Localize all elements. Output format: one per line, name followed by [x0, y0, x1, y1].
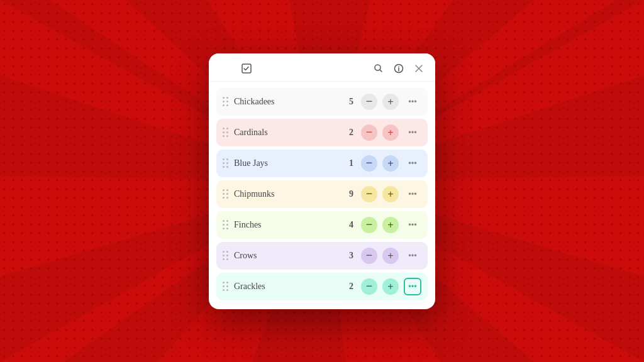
tally-item: Blue Jays 1 − + •••: [216, 150, 428, 177]
decrement-button[interactable]: −: [361, 124, 377, 141]
drag-handle-icon[interactable]: [223, 158, 229, 168]
title-bar: [209, 53, 435, 82]
decrement-button[interactable]: −: [361, 248, 377, 264]
item-count: 2: [343, 128, 353, 138]
item-name: Chickadees: [234, 97, 338, 107]
tally-item: Grackles 2 − + •••: [216, 273, 428, 300]
item-name: Crows: [234, 251, 338, 261]
tally-item: Chipmunks 9 − + •••: [216, 180, 428, 208]
tally-item: Cardinals 2 − + •••: [216, 119, 428, 146]
decrement-button[interactable]: −: [361, 155, 377, 172]
decrement-button[interactable]: −: [361, 94, 377, 110]
increment-button[interactable]: +: [382, 278, 399, 295]
title-bar-left: [218, 61, 254, 76]
decrement-button[interactable]: −: [361, 217, 377, 233]
item-count: 9: [343, 189, 353, 199]
decrement-button[interactable]: −: [361, 186, 377, 202]
item-name: Finches: [234, 220, 338, 230]
info-button[interactable]: [391, 61, 406, 76]
item-count: 1: [343, 158, 353, 168]
add-button[interactable]: [218, 61, 233, 76]
item-name: Chipmunks: [234, 189, 338, 199]
drag-handle-icon[interactable]: [223, 97, 229, 107]
increment-button[interactable]: +: [382, 124, 399, 141]
item-count: 5: [343, 97, 353, 107]
tally-item: Finches 4 − + •••: [216, 211, 428, 239]
more-options-button[interactable]: •••: [404, 93, 421, 111]
more-options-button[interactable]: •••: [404, 247, 421, 265]
item-count: 4: [343, 220, 353, 230]
increment-button[interactable]: +: [382, 217, 399, 233]
increment-button[interactable]: +: [382, 94, 399, 110]
item-name: Blue Jays: [234, 158, 338, 168]
more-options-button[interactable]: •••: [404, 216, 421, 234]
tally-item: Crows 3 − + •••: [216, 242, 428, 270]
drag-handle-icon[interactable]: [223, 251, 229, 261]
close-button[interactable]: [411, 61, 426, 76]
tally-item: Chickadees 5 − + •••: [216, 88, 428, 116]
more-options-button[interactable]: •••: [404, 155, 421, 172]
item-name: Grackles: [234, 282, 338, 292]
drag-handle-icon[interactable]: [223, 128, 229, 138]
checklist-button[interactable]: [239, 61, 254, 76]
title-bar-right: [371, 61, 426, 76]
item-name: Cardinals: [234, 128, 338, 138]
increment-button[interactable]: +: [382, 186, 399, 202]
more-options-button[interactable]: •••: [404, 124, 421, 141]
svg-point-30: [398, 66, 399, 67]
app-window: Chickadees 5 − + ••• Cardinals 2 − + •••: [209, 53, 435, 309]
increment-button[interactable]: +: [382, 155, 399, 172]
drag-handle-icon[interactable]: [223, 220, 229, 230]
search-button[interactable]: [371, 61, 386, 76]
item-count: 2: [343, 282, 353, 292]
drag-handle-icon[interactable]: [223, 189, 229, 199]
decrement-button[interactable]: −: [361, 278, 377, 295]
tally-list: Chickadees 5 − + ••• Cardinals 2 − + •••: [209, 82, 435, 309]
item-count: 3: [343, 251, 353, 261]
more-options-button[interactable]: •••: [404, 278, 421, 295]
more-options-button[interactable]: •••: [404, 185, 421, 203]
drag-handle-icon[interactable]: [223, 282, 229, 292]
increment-button[interactable]: +: [382, 248, 399, 264]
